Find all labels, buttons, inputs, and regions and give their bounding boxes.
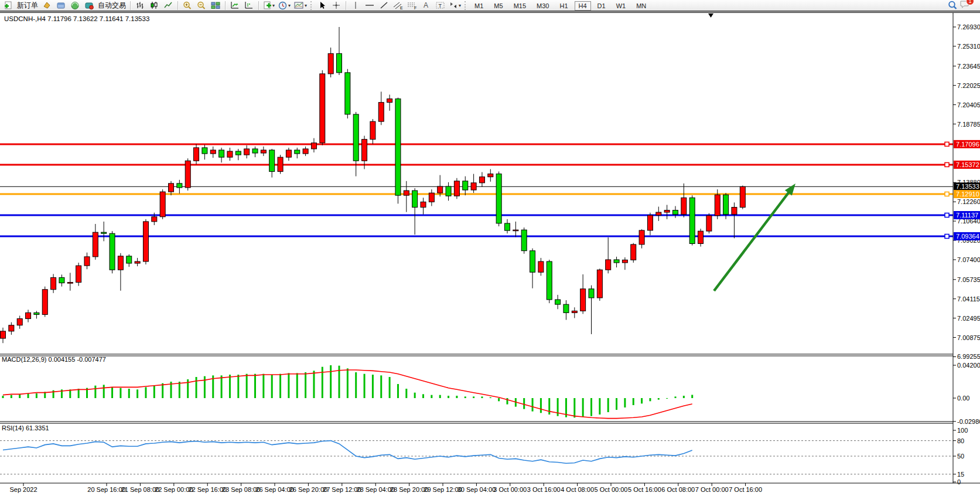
candlestick[interactable] <box>387 99 392 103</box>
notifications-button[interactable]: 1 <box>959 0 971 11</box>
candlestick[interactable] <box>286 150 291 157</box>
candlestick[interactable] <box>51 277 56 289</box>
equidistant-channel-icon[interactable]: E <box>391 0 404 11</box>
candlestick[interactable] <box>311 143 316 149</box>
candlestick[interactable] <box>210 150 216 154</box>
candlestick[interactable] <box>353 114 358 161</box>
candlestick[interactable] <box>127 256 132 263</box>
candlestick[interactable] <box>530 251 535 273</box>
level-line-handle[interactable] <box>945 162 949 167</box>
autotrade-button[interactable]: 自动交易 <box>96 1 128 11</box>
text-icon[interactable]: A <box>419 0 432 11</box>
new-order-button[interactable]: 新订单 <box>15 1 40 11</box>
candlestick[interactable] <box>362 140 367 161</box>
fibonacci-icon[interactable]: F <box>405 0 418 11</box>
candlestick[interactable] <box>555 300 561 304</box>
toolbar-grip[interactable] <box>465 1 467 10</box>
candlestick[interactable] <box>26 312 31 318</box>
candlestick[interactable] <box>34 312 39 314</box>
candlestick[interactable] <box>454 181 459 196</box>
candlestick[interactable] <box>252 149 258 153</box>
timeframe-W1[interactable]: W1 <box>612 1 630 11</box>
candlestick[interactable] <box>564 304 569 312</box>
candlestick[interactable] <box>303 149 308 154</box>
level-line-handle[interactable] <box>945 192 949 196</box>
candlestick[interactable] <box>681 198 687 214</box>
level-line-handle[interactable] <box>945 142 949 146</box>
candlestick[interactable] <box>496 174 501 223</box>
candlestick[interactable] <box>689 198 695 243</box>
candlestick[interactable] <box>622 260 627 263</box>
candlestick[interactable] <box>429 193 434 202</box>
candlestick[interactable] <box>67 283 73 284</box>
candlestick-chart-icon[interactable] <box>148 0 161 11</box>
candlestick[interactable] <box>320 74 325 143</box>
candlestick[interactable] <box>328 53 333 74</box>
timeframe-M5[interactable]: M5 <box>490 1 507 11</box>
candlestick[interactable] <box>673 210 678 215</box>
candlestick[interactable] <box>261 150 266 153</box>
candlestick[interactable] <box>9 325 14 331</box>
candlestick[interactable] <box>185 161 190 188</box>
timeframe-MN[interactable]: MN <box>632 1 650 11</box>
candlestick[interactable] <box>42 290 47 315</box>
candlestick[interactable] <box>547 261 552 300</box>
candlestick[interactable] <box>438 186 443 193</box>
candlestick[interactable] <box>219 150 224 157</box>
timeframe-H4[interactable]: H4 <box>575 1 591 11</box>
candlestick[interactable] <box>505 223 510 230</box>
candlestick[interactable] <box>295 150 300 154</box>
new-order-icon[interactable] <box>2 0 15 11</box>
candlestick[interactable] <box>606 260 611 270</box>
level-line-handle[interactable] <box>945 213 949 217</box>
candlestick[interactable] <box>59 277 64 283</box>
timeframe-M15[interactable]: M15 <box>510 1 530 11</box>
search-icon[interactable] <box>946 0 959 11</box>
candlestick[interactable] <box>110 233 115 270</box>
trendline-icon[interactable] <box>377 0 390 11</box>
candlestick[interactable] <box>337 53 342 73</box>
candlestick[interactable] <box>345 73 350 114</box>
candlestick[interactable] <box>1 331 6 338</box>
text-label-icon[interactable]: T <box>433 0 446 11</box>
candlestick[interactable] <box>572 311 577 312</box>
vertical-line-icon[interactable] <box>349 0 362 11</box>
candlestick[interactable] <box>446 186 451 196</box>
new-chart-icon[interactable] <box>69 0 81 11</box>
candlestick[interactable] <box>698 231 704 243</box>
candlestick[interactable] <box>235 151 241 155</box>
candlestick[interactable] <box>463 181 468 190</box>
candlestick[interactable] <box>471 183 476 190</box>
zoom-out-icon[interactable] <box>195 0 208 11</box>
candlestick[interactable] <box>118 256 123 270</box>
candlestick[interactable] <box>169 184 174 192</box>
candlestick[interactable] <box>664 210 670 212</box>
add-indicator-icon[interactable]: ▾ <box>262 0 276 11</box>
candlestick[interactable] <box>581 289 586 311</box>
crosshair-icon[interactable] <box>330 0 343 11</box>
candlestick[interactable] <box>589 289 594 298</box>
candlestick[interactable] <box>202 148 207 154</box>
line-chart-icon[interactable] <box>162 0 175 11</box>
candlestick[interactable] <box>732 208 737 215</box>
autotrade-icon[interactable] <box>83 0 95 11</box>
period-clock-icon[interactable]: ▾ <box>277 0 292 11</box>
bar-chart-icon[interactable] <box>134 0 146 11</box>
candlestick[interactable] <box>631 244 636 260</box>
data-window-icon[interactable] <box>243 0 255 11</box>
candlestick[interactable] <box>614 260 619 263</box>
candlestick[interactable] <box>177 184 182 188</box>
candlestick[interactable] <box>513 230 518 231</box>
level-line-handle[interactable] <box>945 235 949 239</box>
toolbar-grip[interactable] <box>310 1 313 10</box>
candlestick[interactable] <box>597 270 602 298</box>
candlestick[interactable] <box>93 232 98 257</box>
timeframe-M1[interactable]: M1 <box>470 1 487 11</box>
candlestick[interactable] <box>135 261 140 263</box>
arrows-shapes-icon[interactable]: ▾ <box>448 0 462 11</box>
candlestick[interactable] <box>488 174 493 177</box>
candlestick[interactable] <box>706 216 712 231</box>
candlestick[interactable] <box>76 266 81 282</box>
candlestick[interactable] <box>479 177 484 183</box>
candlestick[interactable] <box>160 192 165 217</box>
